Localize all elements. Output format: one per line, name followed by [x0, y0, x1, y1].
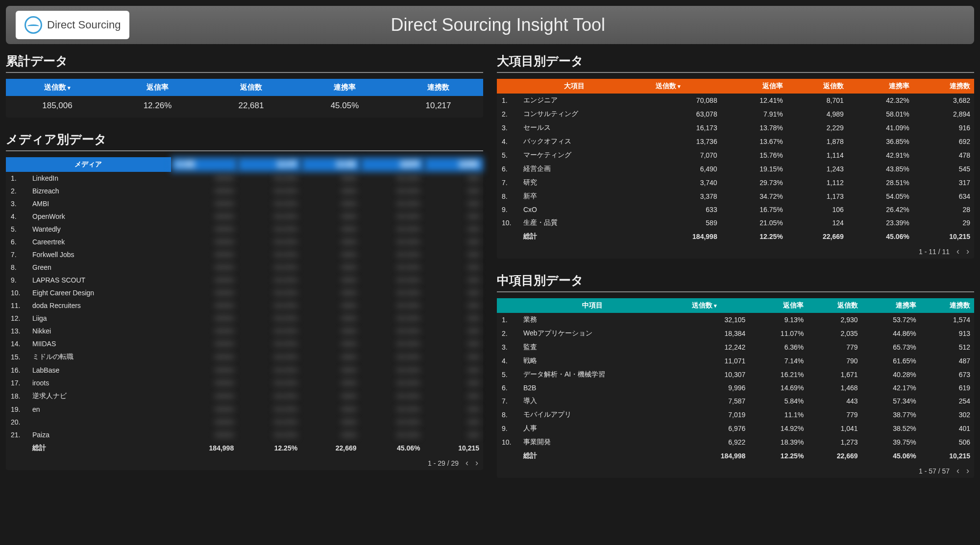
- col-links[interactable]: 連携数: [913, 79, 974, 94]
- table-row[interactable]: 1.エンジニア70,08812.41%8,70142.32%3,682: [497, 94, 974, 107]
- col-links[interactable]: 連携数: [393, 79, 483, 96]
- major-title: 大項目別データ: [497, 53, 974, 73]
- table-row[interactable]: 21.Paiza0000000.00%000000.00%000: [6, 428, 483, 441]
- logo-icon: [24, 16, 42, 34]
- row-index: 10.: [497, 435, 519, 449]
- col-sent[interactable]: 送信数: [688, 298, 750, 313]
- table-row[interactable]: 5.マーケティング7,07015.76%1,11442.91%478: [497, 148, 974, 162]
- table-row[interactable]: 8.Green0000000.00%000000.00%000: [6, 261, 483, 274]
- table-row[interactable]: 5.データ解析・AI・機械学習10,30716.21%1,67140.28%67…: [497, 368, 974, 381]
- table-row[interactable]: 15.ミドルの転職0000000.00%000000.00%000: [6, 350, 483, 364]
- row-index: 9.: [497, 203, 519, 216]
- col-reply-rate[interactable]: 返信率: [749, 298, 808, 313]
- table-row[interactable]: 7.研究3,74029.73%1,11228.51%317: [497, 176, 974, 190]
- row-index: 14.: [6, 337, 28, 350]
- table-row[interactable]: 6.経営企画6,49019.15%1,24343.85%545: [497, 162, 974, 176]
- table-row[interactable]: 9.CxO63316.75%10626.42%28: [497, 203, 974, 216]
- row-name: 新卒: [519, 190, 652, 203]
- table-row[interactable]: 2.コンサルティング63,0787.91%4,98958.01%2,894: [497, 107, 974, 121]
- pager-next-icon[interactable]: ›: [475, 458, 478, 468]
- table-row[interactable]: 10.Eight Career Design0000000.00%000000.…: [6, 286, 483, 299]
- table-row[interactable]: 4.戦略11,0717.14%79061.65%487: [497, 354, 974, 368]
- row-name: 逆求人ナビ: [28, 389, 171, 403]
- row-name: Paiza: [28, 428, 171, 441]
- row-index: 12.: [6, 312, 28, 325]
- table-row[interactable]: 12.Liiga0000000.00%000000.00%000: [6, 312, 483, 325]
- table-row[interactable]: 10.事業開発6,92218.39%1,27339.75%506: [497, 435, 974, 449]
- col-links[interactable]: 連携数: [424, 157, 483, 172]
- pager-prev-icon[interactable]: ‹: [956, 246, 959, 257]
- pager-next-icon[interactable]: ›: [966, 466, 969, 476]
- pager-prev-icon[interactable]: ‹: [466, 458, 468, 468]
- row-name: AMBI: [28, 197, 171, 210]
- pager-next-icon[interactable]: ›: [966, 246, 969, 257]
- major-panel: 大項目別データ 大項目 送信数 返信率 返信数 連携率 連携数 1.エンジニア7…: [497, 53, 974, 259]
- col-sent[interactable]: 送信数: [171, 157, 238, 172]
- row-name: Bizreach: [28, 185, 171, 197]
- col-link-rate[interactable]: 連携率: [862, 298, 920, 313]
- pager-prev-icon[interactable]: ‹: [956, 466, 959, 476]
- table-row[interactable]: 9.LAPRAS SCOUT0000000.00%000000.00%000: [6, 274, 483, 286]
- table-row[interactable]: 13.Nikkei0000000.00%000000.00%000: [6, 325, 483, 337]
- table-row[interactable]: 5.Wantedly0000000.00%000000.00%000: [6, 223, 483, 236]
- col-link-rate[interactable]: 連携率: [361, 157, 424, 172]
- row-index: 6.: [497, 162, 519, 176]
- table-row[interactable]: 16.LabBase0000000.00%000000.00%000: [6, 364, 483, 377]
- table-row[interactable]: 4.OpenWork0000000.00%000000.00%000: [6, 210, 483, 223]
- minor-panel: 中項目別データ 中項目 送信数 返信率 返信数 連携率 連携数 1.業務32,1…: [497, 272, 974, 478]
- row-name: コンサルティング: [519, 107, 652, 121]
- table-row[interactable]: 3.セールス16,17313.78%2,22941.09%916: [497, 121, 974, 135]
- row-index: 8.: [497, 190, 519, 203]
- table-row[interactable]: 8.モバイルアプリ7,01911.1%77938.77%302: [497, 408, 974, 422]
- col-replies[interactable]: 返信数: [787, 79, 848, 94]
- row-name: 導入: [519, 394, 688, 408]
- table-row[interactable]: 3.AMBI0000000.00%000000.00%000: [6, 197, 483, 210]
- table-row[interactable]: 20.0000000.00%000000.00%000: [6, 416, 483, 428]
- table-row[interactable]: 19.en0000000.00%000000.00%000: [6, 403, 483, 416]
- table-row[interactable]: 18.逆求人ナビ0000000.00%000000.00%000: [6, 389, 483, 403]
- row-index: 16.: [6, 364, 28, 377]
- table-row[interactable]: 3.監査12,2426.36%77965.73%512: [497, 340, 974, 354]
- row-name: ミドルの転職: [28, 350, 171, 364]
- col-link-rate[interactable]: 連携率: [296, 79, 393, 96]
- table-row[interactable]: 8.新卒3,37834.72%1,17354.05%634: [497, 190, 974, 203]
- table-row[interactable]: 9.人事6,97614.92%1,04138.52%401: [497, 422, 974, 435]
- table-row[interactable]: 7.導入7,5875.84%44357.34%254: [497, 394, 974, 408]
- col-reply-rate[interactable]: 返信率: [109, 79, 206, 96]
- col-replies[interactable]: 返信数: [206, 79, 296, 96]
- table-row[interactable]: 2.Webアプリケーション18,38411.07%2,03544.86%913: [497, 327, 974, 340]
- row-name: バックオフィス: [519, 135, 652, 148]
- row-name: Eight Career Design: [28, 286, 171, 299]
- table-row[interactable]: 2.Bizreach0000000.00%000000.00%000: [6, 185, 483, 197]
- col-links[interactable]: 連携数: [920, 298, 974, 313]
- table-row[interactable]: 1.LinkedIn0000000.00%000000.00%000: [6, 172, 483, 185]
- row-index: 8.: [497, 408, 519, 422]
- col-replies[interactable]: 返信数: [301, 157, 360, 172]
- row-name: 事業開発: [519, 435, 688, 449]
- row-index: 17.: [6, 377, 28, 389]
- total-label: 総計: [519, 449, 688, 463]
- col-major[interactable]: 大項目: [497, 79, 652, 94]
- table-row[interactable]: 4.バックオフィス13,73613.67%1,87836.85%692: [497, 135, 974, 148]
- table-row[interactable]: 1.業務32,1059.13%2,93053.72%1,574: [497, 313, 974, 327]
- table-row[interactable]: 7.Forkwell Jobs0000000.00%000000.00%000: [6, 248, 483, 261]
- row-index: 21.: [6, 428, 28, 441]
- table-row[interactable]: 14.MIIDAS0000000.00%000000.00%000: [6, 337, 483, 350]
- col-link-rate[interactable]: 連携率: [848, 79, 913, 94]
- col-minor[interactable]: 中項目: [497, 298, 688, 313]
- col-media[interactable]: メディア: [6, 157, 171, 172]
- row-name: セールス: [519, 121, 652, 135]
- minor-table: 中項目 送信数 返信率 返信数 連携率 連携数 1.業務32,1059.13%2…: [497, 298, 974, 463]
- col-reply-rate[interactable]: 返信率: [238, 157, 301, 172]
- table-row[interactable]: 11.doda Recruiters0000000.00%000000.00%0…: [6, 299, 483, 312]
- table-row[interactable]: 10.生産・品質58921.05%12423.39%29: [497, 216, 974, 230]
- table-row[interactable]: 6.Careertrek0000000.00%000000.00%000: [6, 236, 483, 248]
- col-sent[interactable]: 送信数: [6, 79, 109, 96]
- col-replies[interactable]: 返信数: [808, 298, 861, 313]
- row-index: 10.: [6, 286, 28, 299]
- table-row[interactable]: 17.iroots0000000.00%000000.00%000: [6, 377, 483, 389]
- col-sent[interactable]: 送信数: [652, 79, 721, 94]
- row-index: 1.: [497, 94, 519, 107]
- table-row[interactable]: 6.B2B9,99614.69%1,46842.17%619: [497, 381, 974, 394]
- col-reply-rate[interactable]: 返信率: [721, 79, 787, 94]
